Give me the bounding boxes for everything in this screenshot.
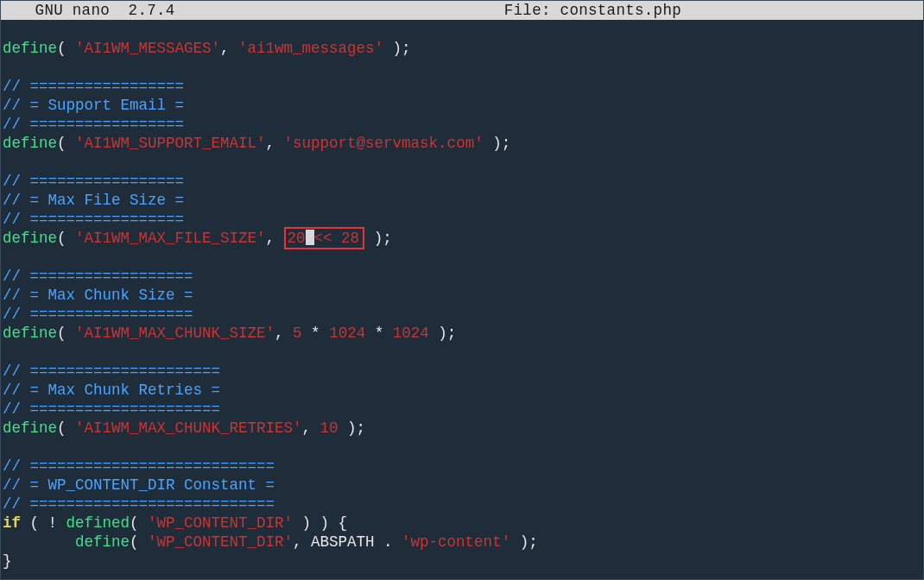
string-literal: 'AI1WM_SUPPORT_EMAIL' [75, 134, 266, 153]
code-line: define ( 'AI1WM_MESSAGES' , 'ai1wm_messa… [1, 39, 923, 58]
function-name: define [3, 419, 57, 438]
comment-line: // =========================== [1, 457, 923, 476]
comment-line: // ===================== [1, 362, 923, 381]
paren: ( [57, 134, 75, 153]
comment: // ================= [3, 210, 184, 229]
separator: , [302, 419, 320, 438]
highlight-box: 20 << 28 [284, 227, 365, 249]
paren: ); [339, 419, 366, 438]
number-literal: 1024 [329, 324, 365, 343]
comment-line: // ================== [1, 267, 923, 286]
blank-line [1, 248, 923, 267]
paren: ); [484, 134, 511, 153]
file-label: File: constants.php [504, 1, 923, 20]
separator: , [220, 39, 238, 58]
function-name: define [3, 229, 57, 248]
operator: * [365, 324, 393, 343]
app-name: GNU nano 2.7.4 [1, 1, 175, 20]
comment-line: // = Support Email = [1, 96, 923, 115]
function-name: define [3, 39, 57, 58]
separator: , ABSPATH . [293, 533, 402, 552]
brace: } [3, 552, 12, 571]
code-line: define ( 'AI1WM_MAX_CHUNK_SIZE' , 5 * 10… [1, 324, 923, 343]
paren: ); [429, 324, 457, 343]
comment: // ================= [3, 77, 184, 96]
separator: , [266, 229, 284, 248]
number-literal: 10 [320, 419, 339, 438]
number-literal: << 28 [314, 229, 360, 248]
comment: // ===================== [3, 400, 220, 419]
string-literal: 'AI1WM_MAX_CHUNK_RETRIES' [75, 419, 302, 438]
comment: // = Max File Size = [3, 191, 184, 210]
blank-line [1, 438, 923, 457]
comment: // ================== [3, 267, 193, 286]
paren: ( [130, 514, 148, 533]
comment-line: // ================= [1, 172, 923, 191]
code-line: define ( 'WP_CONTENT_DIR' , ABSPATH . 'w… [1, 533, 923, 552]
string-literal: 'support@servmask.com' [284, 134, 484, 153]
comment-line: // = Max File Size = [1, 191, 923, 210]
paren: ) ) { [293, 514, 347, 533]
string-literal: 'AI1WM_MAX_FILE_SIZE' [75, 229, 266, 248]
function-name: defined [66, 514, 130, 533]
paren: ( ! [21, 514, 66, 533]
comment: // ===================== [3, 362, 220, 381]
keyword: if [3, 514, 21, 533]
comment: // = Support Email = [3, 96, 184, 115]
blank-line [1, 20, 923, 39]
blank-line [1, 153, 923, 172]
text-cursor [306, 230, 314, 245]
paren: ( [57, 39, 75, 58]
comment: // ================= [3, 115, 184, 134]
comment-line: // ================== [1, 305, 923, 324]
terminal-window: GNU nano 2.7.4 File: constants.php defin… [0, 0, 924, 580]
string-literal: 'ai1wm_messages' [238, 39, 383, 58]
number-literal: 20 [288, 229, 306, 248]
blank-line [1, 58, 923, 77]
comment-line: // = Max Chunk Size = [1, 286, 923, 305]
separator: , [275, 324, 293, 343]
string-literal: 'AI1WM_MESSAGES' [75, 39, 220, 58]
string-literal: 'WP_CONTENT_DIR' [148, 533, 293, 552]
comment: // ================= [3, 172, 184, 191]
comment-line: // ================= [1, 115, 923, 134]
string-literal: 'AI1WM_MAX_CHUNK_SIZE' [75, 324, 275, 343]
comment: // = Max Chunk Retries = [3, 381, 220, 400]
paren: ); [510, 533, 538, 552]
comment-line: // ================= [1, 77, 923, 96]
function-name: define [3, 134, 57, 153]
blank-line [1, 343, 923, 362]
code-line: define ( 'AI1WM_MAX_CHUNK_RETRIES' , 10 … [1, 419, 923, 438]
function-name: define [3, 324, 57, 343]
paren: ( [57, 419, 75, 438]
code-line: } [1, 552, 923, 571]
titlebar-spacer [175, 1, 504, 20]
code-line-highlighted: define ( 'AI1WM_MAX_FILE_SIZE' , 20 << 2… [1, 229, 923, 248]
paren: ); [364, 229, 392, 248]
comment-line: // ===================== [1, 400, 923, 419]
paren: ( [130, 533, 148, 552]
comment: // ================== [3, 305, 193, 324]
function-name: define [75, 533, 130, 552]
comment-line: // = WP_CONTENT_DIR Constant = [1, 476, 923, 495]
number-literal: 1024 [393, 324, 429, 343]
code-line: if ( ! defined ( 'WP_CONTENT_DIR' ) ) { [1, 514, 923, 533]
comment: // =========================== [3, 457, 275, 476]
code-line: define ( 'AI1WM_SUPPORT_EMAIL' , 'suppor… [1, 134, 923, 153]
comment-line: // ================= [1, 210, 923, 229]
comment: // = Max Chunk Size = [3, 286, 193, 305]
number-literal: 5 [293, 324, 302, 343]
nano-titlebar: GNU nano 2.7.4 File: constants.php [1, 1, 923, 20]
comment-line: // =========================== [1, 495, 923, 514]
comment: // =========================== [3, 495, 275, 514]
comment-line: // = Max Chunk Retries = [1, 381, 923, 400]
paren: ( [57, 324, 75, 343]
indent [3, 533, 75, 552]
editor-area[interactable]: define ( 'AI1WM_MESSAGES' , 'ai1wm_messa… [1, 20, 923, 579]
paren: ); [383, 39, 411, 58]
separator: , [266, 134, 284, 153]
paren: ( [57, 229, 75, 248]
string-literal: 'WP_CONTENT_DIR' [148, 514, 293, 533]
comment: // = WP_CONTENT_DIR Constant = [3, 476, 275, 495]
string-literal: 'wp-content' [402, 533, 510, 552]
